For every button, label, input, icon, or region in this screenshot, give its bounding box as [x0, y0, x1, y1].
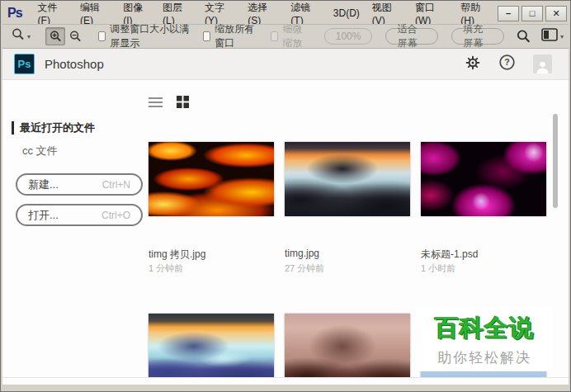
file-name[interactable]: 未标题-1.psd — [421, 248, 478, 262]
workspace-icon — [541, 28, 558, 45]
file-thumbnail-row2-1[interactable] — [149, 314, 274, 378]
sidebar-item-cc-files[interactable]: cc 文件 — [22, 144, 58, 158]
svg-text:?: ? — [504, 57, 509, 67]
search-icon[interactable] — [516, 29, 531, 45]
gear-icon[interactable] — [465, 54, 481, 74]
file-time: 1 小时前 — [421, 262, 455, 275]
tool-options-bar: ▾ 调整窗口大小以满屏显示 缩放所有窗口 细微缩放 100% 适合屏幕 填充屏幕 — [2, 24, 569, 49]
actual-pixels-button: 100% — [324, 28, 373, 45]
checkbox-icon — [98, 31, 106, 41]
zoom-all-windows-checkbox[interactable]: 缩放所有窗口 — [203, 22, 257, 50]
file-name[interactable]: timg 拷贝.jpg — [149, 248, 205, 262]
active-indicator — [12, 121, 14, 135]
minimize-button[interactable]: – — [498, 6, 519, 21]
fit-screen-button[interactable]: 适合屏幕 — [385, 28, 438, 45]
start-screen: 最近打开的文件 cc 文件 新建... Ctrl+N 打开... Ctrl+O … — [2, 80, 569, 385]
new-file-button[interactable]: 新建... Ctrl+N — [16, 173, 143, 196]
checkbox-icon — [271, 31, 278, 41]
photoshop-window: Ps 文件(F) 编辑(E) 图像(I) 图层(L) 文字(Y) 选择(S) 滤… — [0, 0, 571, 392]
watermark-subtitle: 助你轻松解决 — [437, 348, 531, 367]
title-bar: Ps 文件(F) 编辑(E) 图像(I) 图层(L) 文字(Y) 选择(S) 滤… — [2, 2, 569, 24]
home-title: Photoshop — [45, 57, 465, 71]
fill-screen-button[interactable]: 填充屏幕 — [451, 28, 504, 45]
view-toggles — [149, 95, 190, 109]
user-avatar[interactable] — [533, 54, 552, 73]
list-view-icon[interactable] — [149, 95, 163, 109]
menu-3d[interactable]: 3D(D) — [328, 5, 366, 21]
window-controls: – □ ✕ — [498, 6, 567, 21]
file-time: 27 分钟前 — [285, 262, 324, 275]
zoom-tool-preset[interactable]: ▾ — [7, 26, 34, 47]
resize-window-checkbox[interactable]: 调整窗口大小以满屏显示 — [98, 22, 190, 50]
zoom-in-button[interactable] — [45, 27, 65, 45]
sidebar-item-recent-files[interactable]: 最近打开的文件 — [12, 120, 95, 135]
photoshop-app-icon: Ps — [14, 54, 35, 74]
chevron-down-icon: ▾ — [27, 33, 31, 40]
close-button[interactable]: ✕ — [545, 6, 567, 21]
file-thumbnail-row2-2[interactable] — [285, 314, 410, 378]
checkbox-icon — [203, 31, 210, 41]
watermark-title: 百科全说 — [435, 312, 534, 345]
recent-files-area: 最近打开的文件 cc 文件 新建... Ctrl+N 打开... Ctrl+O … — [2, 80, 569, 378]
vertical-scrollbar[interactable] — [553, 114, 558, 208]
ps-titlebar-logo: Ps — [7, 6, 22, 21]
shortcut-label: Ctrl+N — [102, 179, 130, 191]
maximize-button[interactable]: □ — [521, 6, 543, 21]
help-icon[interactable]: ? — [498, 54, 516, 74]
file-name[interactable]: timg.jpg — [285, 248, 319, 259]
chevron-down-icon: ▾ — [560, 33, 564, 40]
grid-view-icon[interactable] — [176, 95, 190, 109]
file-thumbnail-timg-copy[interactable] — [149, 142, 274, 216]
home-header: Ps Photoshop ? — [2, 49, 569, 80]
workspace-switcher[interactable]: ▾ — [541, 28, 564, 45]
file-thumbnail-untitled1[interactable] — [421, 142, 546, 216]
zoom-out-button[interactable] — [65, 27, 85, 45]
scrubby-zoom-checkbox: 细微缩放 — [271, 22, 310, 50]
open-file-button[interactable]: 打开... Ctrl+O — [16, 204, 143, 226]
file-time: 1 分钟前 — [149, 262, 183, 275]
watermark: 百科全说 助你轻松解决 — [416, 308, 553, 371]
magnifier-icon — [11, 27, 26, 45]
shortcut-label: Ctrl+O — [101, 210, 130, 221]
file-thumbnail-timg[interactable] — [285, 142, 410, 216]
